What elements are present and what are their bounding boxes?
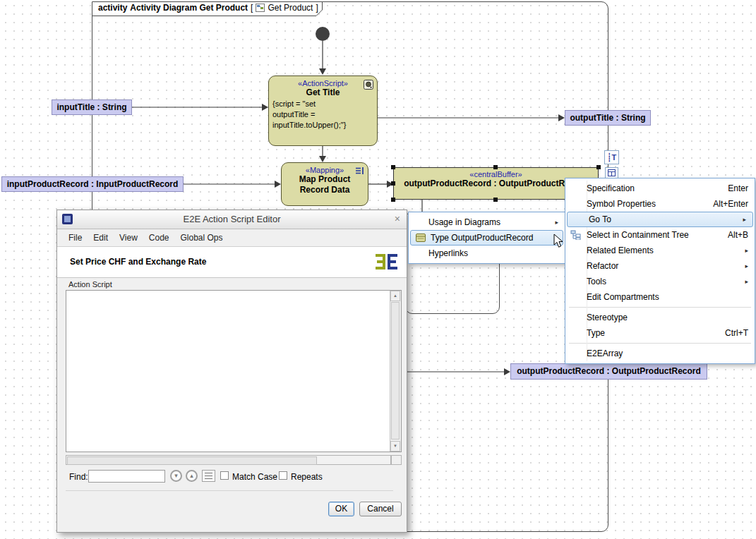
script-name: Set Price CHF and Exchange Rate bbox=[70, 257, 206, 267]
menu-item-usage-in-diagrams[interactable]: Usage in Diagrams ▸ bbox=[409, 214, 565, 230]
menu-item-type[interactable]: Type Ctrl+T bbox=[565, 325, 755, 341]
menu-item-go-to[interactable]: Go To ▸ bbox=[567, 212, 753, 227]
submenu-arrow-icon: ▸ bbox=[745, 262, 748, 270]
pin-output-title[interactable]: outputTitle : String bbox=[565, 110, 651, 126]
menu-shortcut: Alt+Enter bbox=[695, 199, 748, 209]
pin-input-title[interactable]: inputTitle : String bbox=[52, 99, 132, 115]
selection-handle[interactable] bbox=[391, 165, 395, 169]
chevron-up-icon: ▴ bbox=[190, 472, 193, 479]
arrowhead bbox=[319, 156, 326, 162]
action-script-node[interactable]: «ActionScript» Get Title {script = "set … bbox=[268, 75, 378, 146]
find-bar: Find: ▾ ▴ Match Case Repeats bbox=[57, 468, 407, 485]
ok-button[interactable]: OK bbox=[328, 502, 354, 516]
menu-item-select-in-containment-tree[interactable]: Select in Containment Tree Alt+B bbox=[565, 227, 755, 243]
selection-handle[interactable] bbox=[493, 198, 498, 202]
frame-keyword: activity bbox=[98, 3, 127, 13]
repeats-checkbox[interactable] bbox=[279, 471, 287, 480]
chevron-down-icon: ▾ bbox=[174, 472, 178, 479]
arrowhead bbox=[275, 181, 281, 188]
horizontal-scrollbar-thumb[interactable] bbox=[67, 456, 317, 465]
submenu-arrow-icon: ▸ bbox=[743, 216, 746, 223]
menu-item-related-elements[interactable]: Related Elements ▸ bbox=[565, 243, 755, 258]
menu-item-refactor[interactable]: Refactor ▸ bbox=[565, 258, 755, 274]
dialog-header: Set Price CHF and Exchange Rate bbox=[57, 246, 407, 278]
menu-item-hyperlinks[interactable]: Hyperlinks bbox=[409, 246, 565, 261]
smart-manipulator-text-button[interactable]: ┊T bbox=[604, 150, 619, 164]
menu-item-label: Select in Containment Tree bbox=[587, 230, 689, 240]
menu-separator bbox=[569, 307, 751, 308]
node-name: Get Title bbox=[269, 87, 377, 98]
submenu-arrow-icon: ▸ bbox=[745, 278, 748, 285]
selection-handle[interactable] bbox=[391, 198, 395, 202]
menu-shortcut: Ctrl+T bbox=[707, 328, 748, 338]
repeats-label: Repeats bbox=[291, 472, 323, 482]
menu-item-label: Go To bbox=[589, 214, 611, 224]
scroll-down-icon: ▼ bbox=[393, 444, 397, 448]
vertical-scrollbar[interactable]: ▲ ▼ bbox=[390, 291, 401, 452]
scroll-down-button[interactable]: ▼ bbox=[390, 441, 400, 452]
menu-item-label: E2EArray bbox=[587, 349, 623, 358]
arrowhead bbox=[558, 114, 565, 121]
menu-item-label: Tools bbox=[587, 277, 606, 286]
menu-item-tools[interactable]: Tools ▸ bbox=[565, 274, 755, 289]
edge-outputproductrecord bbox=[402, 316, 505, 372]
containment-tree-icon bbox=[570, 230, 582, 240]
find-options-button[interactable] bbox=[202, 470, 215, 482]
menu-item-label: Hyperlinks bbox=[428, 248, 468, 258]
menu-item-specification[interactable]: Specification Enter bbox=[565, 181, 755, 196]
arrowhead bbox=[504, 368, 510, 375]
selection-handle[interactable] bbox=[391, 181, 395, 186]
frame-diagram-name: Get Product bbox=[268, 3, 313, 13]
menu-item-label: Edit Compartments bbox=[587, 292, 659, 302]
node-script-text: {script = "set outputTitle = inputTitle.… bbox=[269, 98, 377, 131]
diagram-canvas[interactable]: activity Activity Diagram Get Product [ … bbox=[0, 0, 756, 539]
menu-file[interactable]: File bbox=[63, 231, 88, 245]
match-case-checkbox[interactable] bbox=[220, 471, 229, 480]
scroll-up-button[interactable]: ▲ bbox=[390, 291, 400, 301]
node-stereotype: «ActionScript» bbox=[269, 76, 377, 87]
smart-manipulator-form-button[interactable] bbox=[605, 167, 618, 178]
frame-title: activity Activity Diagram Get Product [ … bbox=[98, 3, 318, 13]
submenu-arrow-icon: ▸ bbox=[555, 219, 558, 226]
horizontal-scrollbar[interactable] bbox=[66, 455, 391, 465]
initial-node[interactable] bbox=[316, 27, 330, 41]
dialog-title: E2E Action Script Editor bbox=[57, 214, 407, 224]
selection-handle[interactable] bbox=[493, 165, 498, 169]
find-label: Find: bbox=[69, 472, 88, 482]
menu-item-stereotype[interactable]: Stereotype bbox=[565, 310, 755, 325]
dialog-separator bbox=[66, 490, 393, 491]
menu-code[interactable]: Code bbox=[143, 231, 175, 245]
menu-item-label: Specification bbox=[587, 183, 635, 193]
scroll-up-icon: ▲ bbox=[393, 293, 397, 298]
menu-item-symbol-properties[interactable]: Symbol Properties Alt+Enter bbox=[565, 196, 755, 212]
diagram-icon bbox=[256, 4, 265, 12]
goto-submenu: Usage in Diagrams ▸ Type OutputProductRe… bbox=[408, 212, 565, 264]
scrollbar-corner bbox=[391, 455, 402, 465]
menu-item-label: Symbol Properties bbox=[587, 199, 656, 209]
dialog-menubar: File Edit View Code Global Ops bbox=[57, 229, 407, 246]
menu-view[interactable]: View bbox=[114, 231, 143, 245]
dialog-titlebar[interactable]: E2E Action Script Editor × bbox=[57, 210, 407, 229]
menu-item-label: Type bbox=[587, 328, 605, 338]
context-menu: Specification Enter Symbol Properties Al… bbox=[565, 178, 755, 364]
find-previous-button[interactable]: ▴ bbox=[186, 470, 198, 482]
menu-item-edit-compartments[interactable]: Edit Compartments bbox=[565, 289, 755, 305]
cancel-button[interactable]: Cancel bbox=[359, 502, 402, 516]
find-next-button[interactable]: ▾ bbox=[170, 470, 182, 482]
script-badge-icon bbox=[364, 80, 373, 90]
pin-input-product-record[interactable]: inputProductRecord : InputProductRecord bbox=[1, 176, 184, 192]
match-case-label: Match Case bbox=[232, 472, 277, 482]
menu-global-ops[interactable]: Global Ops bbox=[175, 231, 229, 245]
arrowhead bbox=[319, 68, 326, 75]
close-icon[interactable]: × bbox=[395, 213, 400, 224]
menu-item-type-outputproductrecord[interactable]: Type OutputProductRecord bbox=[410, 230, 563, 246]
selection-handle[interactable] bbox=[596, 165, 601, 169]
action-script-textarea[interactable]: ▲ ▼ bbox=[66, 290, 402, 452]
menu-edit[interactable]: Edit bbox=[88, 231, 114, 245]
menu-item-e2earray[interactable]: E2EArray bbox=[565, 346, 755, 361]
find-input[interactable] bbox=[88, 470, 165, 483]
mapping-node[interactable]: «Mapping» Map Product Record Data bbox=[281, 162, 368, 206]
frame-name: Activity Diagram Get Product bbox=[130, 3, 248, 13]
vertical-scrollbar-thumb[interactable] bbox=[391, 302, 400, 440]
pin-output-product-record[interactable]: outputProductRecord : OutputProductRecor… bbox=[510, 363, 707, 380]
